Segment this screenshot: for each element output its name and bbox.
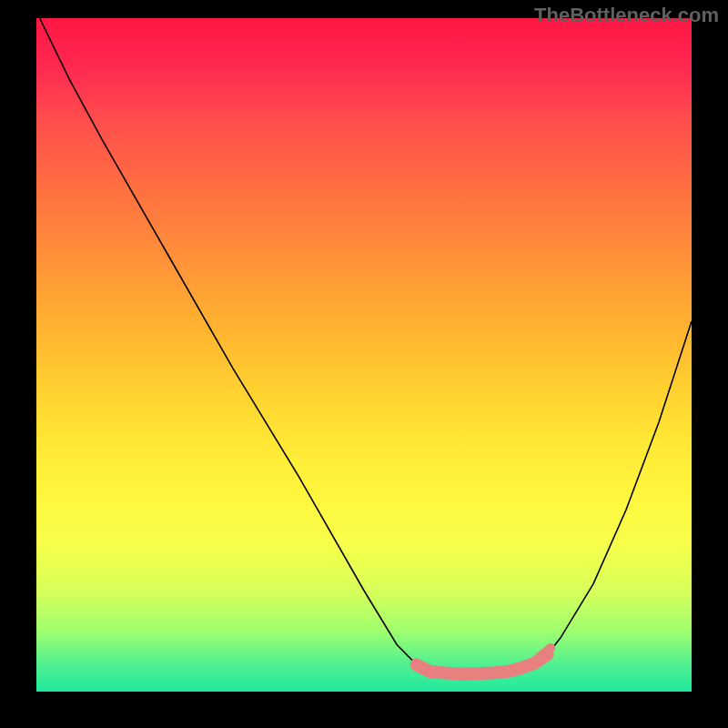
highlight-band (417, 654, 548, 674)
plot-area (36, 18, 692, 692)
curve-svg (36, 18, 692, 692)
bottleneck-curve (40, 18, 692, 674)
watermark-label: TheBottleneck.com (534, 4, 719, 27)
